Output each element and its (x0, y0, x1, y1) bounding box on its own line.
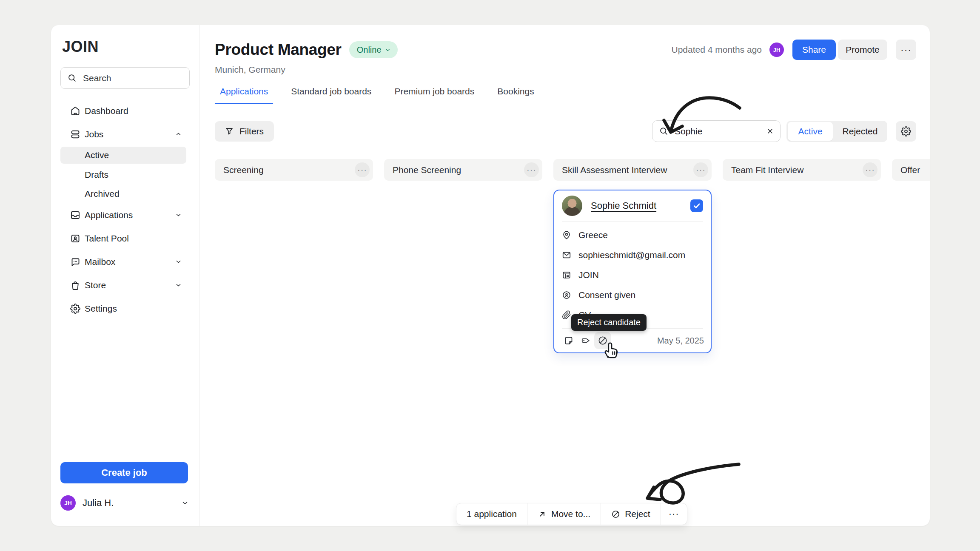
main-content: Product Manager Online Updated 4 months … (199, 25, 930, 526)
tab-standard-job-boards[interactable]: Standard job boards (286, 86, 376, 104)
column-menu-button[interactable]: ··· (693, 162, 708, 177)
id-card-icon (70, 233, 80, 244)
candidate-details: Greece sophieschmidt@gmail.com JOIN (554, 222, 711, 328)
location-pin-icon (562, 230, 571, 240)
column-menu-button[interactable]: ··· (355, 162, 370, 177)
filters-label: Filters (239, 126, 264, 136)
selection-action-bar: 1 application Move to... Reject ··· (456, 503, 687, 525)
sidebar-item-settings[interactable]: Settings (51, 297, 199, 320)
gear-icon (901, 126, 911, 136)
sidebar-item-active[interactable]: Active (60, 147, 186, 164)
column-menu-button[interactable]: ··· (863, 162, 877, 177)
chevron-down-icon (175, 258, 182, 265)
chevron-down-icon (175, 211, 182, 219)
page-title: Product Manager (215, 41, 342, 59)
sidebar-search[interactable] (60, 67, 190, 89)
sidebar-item-label: Applications (85, 210, 133, 220)
sidebar-item-talent-pool[interactable]: Talent Pool (51, 227, 199, 250)
home-icon (70, 106, 80, 116)
candidate-card-header: Sophie Schmidt (554, 190, 711, 221)
slash-circle-icon (611, 510, 620, 519)
funnel-icon (225, 127, 234, 136)
sidebar-item-mailbox[interactable]: Mailbox (51, 250, 199, 273)
sidebar-item-drafts[interactable]: Drafts (51, 165, 199, 184)
clear-search-icon[interactable] (766, 127, 774, 135)
column-title: Team Fit Interview (731, 165, 803, 175)
share-button[interactable]: Share (792, 40, 836, 60)
candidate-name-link[interactable]: Sophie Schmidt (591, 200, 656, 211)
hand-cursor (601, 339, 621, 360)
sidebar-item-label: Mailbox (85, 257, 115, 267)
chevron-down-icon (385, 47, 391, 53)
detail-text: Greece (578, 230, 608, 240)
application-date: May 5, 2025 (657, 336, 704, 346)
candidate-checkbox[interactable] (690, 199, 703, 212)
detail-source: JOIN (562, 265, 703, 285)
sidebar-item-applications[interactable]: Applications (51, 203, 199, 227)
column-header: Team Fit Interview ··· (723, 159, 881, 181)
create-job-button[interactable]: Create job (60, 462, 188, 483)
board-toolbar: Filters Active Rejected (199, 120, 930, 142)
app-window: JOIN Dashboard Jobs Active (51, 25, 930, 526)
tab-bookings[interactable]: Bookings (492, 86, 539, 104)
sidebar-item-label: Jobs (85, 129, 103, 139)
board-settings-button[interactable] (896, 121, 916, 142)
job-tabs: Applications Standard job boards Premium… (199, 86, 930, 104)
detail-text: sophieschmidt@gmail.com (578, 250, 685, 260)
column-title: Phone Screening (393, 165, 461, 175)
candidate-search[interactable] (652, 120, 781, 142)
source-browser-icon (562, 270, 571, 280)
join-logo[interactable]: JOIN (62, 38, 199, 56)
column-menu-button[interactable]: ··· (524, 162, 539, 177)
column-title: Screening (223, 165, 264, 175)
detail-email: sophieschmidt@gmail.com (562, 245, 703, 265)
sidebar-item-label: Settings (85, 304, 117, 314)
sidebar-item-archived[interactable]: Archived (51, 184, 199, 203)
account-name: Julia H. (83, 497, 114, 508)
column-header: Offer ··· (892, 159, 930, 181)
job-header: Product Manager Online Updated 4 months … (199, 25, 930, 75)
search-icon (68, 74, 77, 82)
selection-count-label: 1 application (467, 509, 517, 519)
notes-button[interactable] (560, 332, 577, 349)
tag-icon (581, 335, 591, 346)
reject-tooltip: Reject candidate (571, 314, 647, 331)
sidebar-item-store[interactable]: Store (51, 273, 199, 297)
tab-premium-job-boards[interactable]: Premium job boards (389, 86, 479, 104)
job-title-row: Product Manager Online Updated 4 months … (215, 40, 916, 60)
jobs-icon (70, 129, 80, 139)
column-header: Skill Assessment Interview ··· (553, 159, 712, 181)
chevron-up-icon (175, 131, 182, 138)
account-menu[interactable]: JH Julia H. (60, 495, 189, 511)
candidate-card[interactable]: Sophie Schmidt Greece (553, 190, 712, 353)
tab-applications[interactable]: Applications (215, 86, 273, 104)
updated-timestamp: Updated 4 months ago (672, 45, 762, 55)
filters-button[interactable]: Filters (215, 121, 274, 142)
sidebar-nav: Dashboard Jobs Active Drafts Archived (51, 99, 199, 320)
search-icon (659, 127, 668, 136)
candidate-search-input[interactable] (674, 126, 761, 137)
sidebar-search-input[interactable] (82, 73, 182, 84)
sidebar-item-dashboard[interactable]: Dashboard (51, 99, 199, 122)
toggle-active[interactable]: Active (788, 122, 833, 141)
sidebar: JOIN Dashboard Jobs Active (51, 25, 199, 526)
chat-bubble-icon (70, 257, 80, 267)
sidebar-item-jobs[interactable]: Jobs (51, 122, 199, 146)
promote-button[interactable]: Promote (838, 40, 887, 60)
job-status-badge[interactable]: Online (349, 41, 398, 58)
toggle-rejected[interactable]: Rejected (833, 122, 887, 141)
job-more-button[interactable]: ··· (896, 40, 916, 60)
chevron-down-icon (181, 499, 189, 507)
consent-badge-icon (562, 290, 571, 300)
tags-button[interactable] (577, 332, 594, 349)
sidebar-item-label: Talent Pool (85, 233, 129, 244)
move-to-label: Move to... (551, 509, 590, 519)
move-to-button[interactable]: Move to... (527, 503, 601, 525)
column-title: Offer (900, 165, 920, 175)
reject-button[interactable]: Reject (601, 503, 661, 525)
toolbar-right: Active Rejected (652, 120, 916, 142)
status-badge-label: Online (357, 45, 382, 55)
sidebar-bottom: Create job JH Julia H. (51, 462, 199, 526)
selection-more-button[interactable]: ··· (661, 503, 687, 525)
column-header: Screening ··· (215, 159, 373, 181)
